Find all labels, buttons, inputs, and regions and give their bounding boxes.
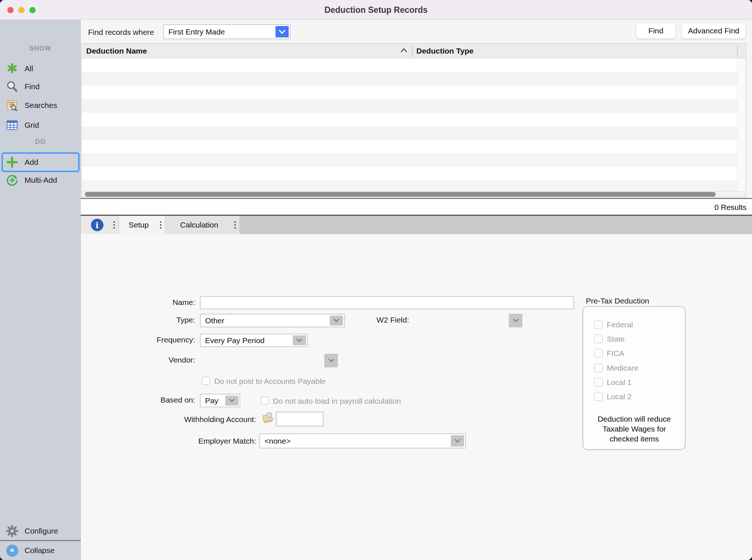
checkbox-label: Medicare xyxy=(607,364,638,372)
results-count: 0 Results xyxy=(624,203,746,212)
window-title: Deduction Setup Records xyxy=(0,5,752,15)
vertical-scrollbar-track[interactable] xyxy=(737,58,746,191)
vendor-dropdown-button[interactable] xyxy=(324,354,338,367)
do-not-post-ap-label: Do not post to Accounts Payable xyxy=(214,377,326,386)
local1-checkbox[interactable] xyxy=(594,378,603,387)
based-on-dropdown[interactable]: Pay xyxy=(200,394,240,407)
horizontal-scrollbar-thumb[interactable] xyxy=(85,192,716,197)
sidebar-item-configure[interactable]: Configure xyxy=(0,524,81,538)
advanced-find-button[interactable]: Advanced Find xyxy=(681,23,746,39)
withholding-account-label: Withholding Account: xyxy=(139,415,256,424)
fica-checkbox[interactable] xyxy=(594,349,603,358)
sidebar-item-label: Add xyxy=(25,158,38,167)
medicare-checkbox[interactable] xyxy=(594,363,603,372)
column-header-deduction-type[interactable]: Deduction Type xyxy=(416,47,474,55)
sidebar-item-multi-add[interactable]: Multi-Add xyxy=(0,173,81,188)
pretax-option-medicare: Medicare xyxy=(594,363,638,372)
employer-match-label: Employer Match: xyxy=(139,437,256,446)
multi-add-cycle-plus-icon xyxy=(5,173,19,187)
drag-handle-icon[interactable] xyxy=(234,221,236,229)
sidebar-item-label: Configure xyxy=(25,527,58,535)
pretax-deduction-title: Pre-Tax Deduction xyxy=(586,297,649,305)
state-checkbox[interactable] xyxy=(594,334,603,343)
pretax-option-local1: Local 1 xyxy=(594,378,632,387)
info-icon[interactable]: i xyxy=(91,219,103,231)
sidebar-divider xyxy=(0,540,81,541)
checkbox-label: Local 1 xyxy=(607,378,632,387)
sidebar-item-label: Collapse xyxy=(25,546,55,555)
gear-icon xyxy=(5,524,19,538)
do-not-autoload-checkbox[interactable] xyxy=(260,396,269,405)
tab-bar: i Setup Calculation xyxy=(81,215,752,234)
sidebar-item-label: All xyxy=(25,64,33,73)
grid-table-icon xyxy=(5,118,19,132)
find-button[interactable]: Find xyxy=(636,23,676,39)
sidebar-item-collapse[interactable]: « Collapse xyxy=(0,543,81,558)
tab-setup[interactable]: Setup xyxy=(119,216,165,234)
table-row xyxy=(82,86,737,99)
asterisk-icon: ✱ xyxy=(5,62,19,76)
tab-record-info[interactable]: i xyxy=(81,216,119,234)
sidebar-item-searches[interactable]: Searches xyxy=(0,98,81,113)
pretax-option-state: State xyxy=(594,334,625,343)
horizontal-scrollbar-track[interactable] xyxy=(82,191,746,197)
withholding-account-input[interactable] xyxy=(276,412,324,426)
find-records-where-label: Find records where xyxy=(88,28,154,37)
find-field-dropdown[interactable]: First Entry Made xyxy=(163,24,291,39)
chevron-down-icon[interactable] xyxy=(293,335,306,345)
local2-checkbox[interactable] xyxy=(594,392,603,401)
table-row xyxy=(82,126,737,140)
based-on-dropdown-value: Pay xyxy=(205,396,218,405)
find-button-label: Find xyxy=(649,26,664,35)
tab-calculation[interactable]: Calculation xyxy=(165,216,240,234)
employer-match-dropdown[interactable]: <none> xyxy=(259,433,466,448)
find-field-dropdown-value: First Entry Made xyxy=(168,28,225,36)
type-dropdown[interactable]: Other xyxy=(200,314,345,327)
do-not-post-ap-checkbox[interactable] xyxy=(202,377,210,385)
column-header-deduction-name[interactable]: Deduction Name xyxy=(86,47,147,55)
checkbox-label: State xyxy=(607,335,625,343)
pretax-deduction-panel: Federal State FICA Medicare Local 1 Loca… xyxy=(583,306,686,450)
sidebar-item-find[interactable]: Find xyxy=(0,79,81,94)
drag-handle-icon[interactable] xyxy=(160,221,161,229)
sidebar-show-header: SHOW xyxy=(0,45,81,52)
sidebar-item-grid[interactable]: Grid xyxy=(0,118,81,132)
sidebar: SHOW ✱ All Find Searches Grid DO xyxy=(0,20,81,560)
title-bar: Deduction Setup Records xyxy=(0,0,752,20)
pretax-note: Deduction will reduce Taxable Wages for … xyxy=(588,414,680,444)
w2-field-dropdown-button[interactable] xyxy=(509,314,522,327)
sidebar-item-label: Grid xyxy=(25,121,39,130)
table-row xyxy=(82,72,737,86)
table-row xyxy=(82,113,737,126)
employer-match-dropdown-value: <none> xyxy=(264,437,291,446)
vendor-label: Vendor: xyxy=(66,356,195,364)
table-row xyxy=(82,181,737,191)
based-on-label: Based on: xyxy=(66,396,195,404)
column-divider[interactable] xyxy=(737,46,738,57)
checkbox-label: FICA xyxy=(607,349,624,358)
checkbox-label: Federal xyxy=(607,320,633,329)
do-not-autoload-label: Do not auto load in payroll calculation xyxy=(273,397,401,406)
sidebar-do-header: DO xyxy=(0,138,81,146)
column-divider[interactable] xyxy=(412,46,413,57)
w2-field-label: W2 Field: xyxy=(336,316,409,324)
saved-search-scroll-icon xyxy=(5,98,19,112)
table-row xyxy=(82,140,737,153)
sidebar-item-add[interactable]: Add xyxy=(0,155,81,170)
federal-checkbox[interactable] xyxy=(594,320,603,329)
frequency-dropdown[interactable]: Every Pay Period xyxy=(200,334,308,347)
frequency-label: Frequency: xyxy=(66,335,195,344)
sidebar-item-all[interactable]: ✱ All xyxy=(0,61,81,76)
sort-ascending-icon[interactable] xyxy=(400,48,408,54)
chevron-down-icon[interactable] xyxy=(451,435,464,447)
pretax-option-local2: Local 2 xyxy=(594,392,632,401)
name-input[interactable] xyxy=(200,296,574,309)
table-header-row: Deduction Name Deduction Type xyxy=(82,44,746,58)
results-table: Deduction Name Deduction Type xyxy=(81,43,746,197)
chevron-down-icon[interactable] xyxy=(275,26,289,37)
drag-handle-icon[interactable] xyxy=(113,221,115,229)
account-lookup-icon[interactable] xyxy=(261,412,275,425)
pretax-option-fica: FICA xyxy=(594,349,624,358)
chevron-down-icon[interactable] xyxy=(225,396,238,406)
app-window: Deduction Setup Records SHOW ✱ All Find … xyxy=(0,0,752,560)
